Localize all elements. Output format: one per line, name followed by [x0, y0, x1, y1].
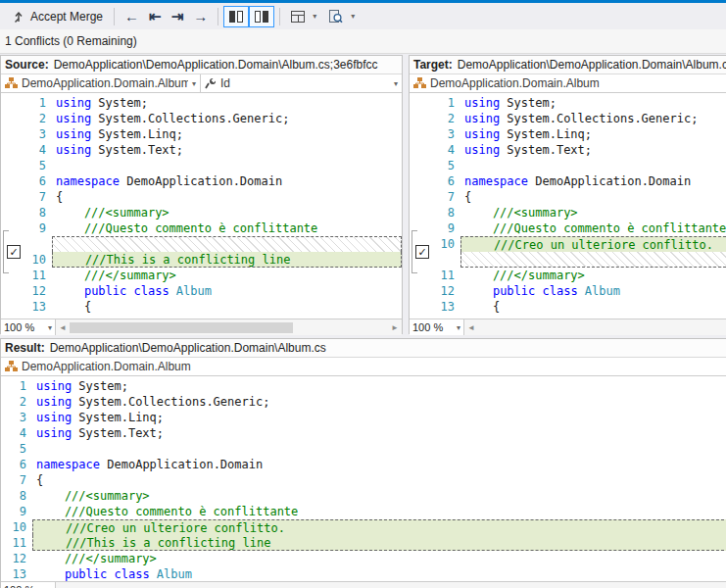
code-line: 3using System.Linq; [26, 126, 402, 142]
code-text: ///<summary> [52, 205, 402, 220]
code-line: 11 ///</summary> [26, 268, 402, 283]
source-zoom-value: 100 % [4, 321, 34, 333]
code-line: 12 public class Album [435, 283, 726, 299]
source-zoom-dropdown[interactable]: 100 % ▾ [1, 319, 56, 335]
merge-toolbar: Accept Merge ← ⇤ ⇥ → ▾ [0, 3, 726, 29]
code-text: using System.Collections.Generic; [32, 394, 726, 410]
target-pane: Target: DemoApplication\DemoApplication.… [409, 55, 726, 334]
code-text: ///</summary> [32, 551, 726, 566]
accept-merge-button[interactable]: Accept Merge [6, 6, 109, 27]
line-number: 8 [1, 488, 32, 504]
code-text: public class Album [52, 283, 402, 299]
code-line: 3using System.Linq; [1, 410, 726, 425]
conflicts-status-bar: 1 Conflicts (0 Remaining) [0, 29, 726, 54]
line-number: 2 [26, 111, 52, 126]
layout-dropdown-button[interactable]: ▾ [285, 6, 322, 27]
code-text: ///Creo un ulteriore conflitto. [460, 236, 726, 252]
source-type-dropdown[interactable]: DemoApplication.Domain.Album ▾ [1, 74, 201, 92]
line-number: 1 [1, 378, 32, 394]
first-difference-button[interactable]: ⇤ [144, 6, 167, 27]
code-line: 6namespace DemoApplication.Domain [435, 173, 726, 189]
arrow-left-to-bar-icon: ⇤ [149, 8, 162, 25]
line-number: 7 [26, 189, 52, 205]
code-text: using System.Linq; [460, 126, 726, 142]
line-number: 11 [26, 268, 52, 283]
target-type-dropdown[interactable]: DemoApplication.Domain.Album [410, 74, 726, 92]
line-number: 11 [1, 535, 32, 551]
merge-icon [12, 10, 25, 24]
target-code-body: 1using System;2using System.Collections.… [410, 93, 726, 315]
target-zoom-value: 100 % [412, 321, 443, 333]
source-editor[interactable]: 1using System;2using System.Collections.… [1, 93, 402, 318]
hatch-fill [52, 236, 402, 252]
chevron-down-icon: ▾ [457, 323, 460, 332]
last-difference-button[interactable]: ⇥ [167, 6, 189, 27]
target-type-name: DemoApplication.Domain.Album [430, 76, 600, 90]
target-scroll-track[interactable] [478, 322, 726, 333]
show-target-pane-toggle[interactable] [249, 6, 274, 27]
line-number: 13 [1, 566, 32, 581]
placeholder-line [435, 252, 726, 268]
result-path: DemoApplication\DemoApplication.Domain\A… [50, 341, 326, 355]
code-text [32, 441, 726, 457]
conflict-checkbox[interactable]: ✓ [415, 245, 429, 259]
code-line: 5 [1, 441, 726, 457]
result-scroll-track[interactable] [70, 585, 726, 588]
two-pane-left-filled-icon [229, 11, 243, 23]
line-number: 8 [26, 205, 52, 220]
code-text: namespace DemoApplication.Domain [32, 457, 726, 472]
result-navigation-bar: DemoApplication.Domain.Album [1, 358, 726, 376]
line-number: 9 [435, 220, 460, 236]
code-line: 8 ///<summary> [1, 488, 726, 504]
code-text: { [52, 299, 402, 315]
result-type-name: DemoApplication.Domain.Album [22, 360, 191, 373]
target-editor[interactable]: 1using System;2using System.Collections.… [410, 93, 726, 318]
code-text: ///<summary> [460, 205, 726, 220]
merge-tool-window: Accept Merge ← ⇤ ⇥ → ▾ [0, 0, 726, 588]
line-number: 7 [435, 189, 460, 205]
scroll-left-icon[interactable]: ◄ [464, 323, 478, 332]
code-text: ///This is a conflicting line [32, 535, 726, 551]
code-line: 12 public class Album [26, 283, 402, 299]
code-line: 10 ///This is a conflicting line [26, 252, 402, 268]
accept-merge-label: Accept Merge [30, 10, 103, 24]
line-number: 7 [1, 472, 32, 488]
code-line: 3using System.Linq; [435, 126, 726, 142]
line-number: 10 [26, 252, 52, 268]
code-line: 7{ [26, 189, 402, 205]
result-zoom-dropdown[interactable]: 100 % ▾ [1, 582, 56, 588]
code-text: { [32, 472, 726, 488]
source-pane-header: Source: DemoApplication\DemoApplication.… [1, 56, 402, 74]
code-text: using System.Linq; [32, 410, 726, 425]
result-type-dropdown[interactable]: DemoApplication.Domain.Album [1, 358, 726, 375]
source-horizontal-scrollbar[interactable]: ◄ ► [56, 319, 402, 335]
code-line: 11 ///This is a conflicting line [1, 535, 726, 551]
target-zoom-dropdown[interactable]: 100 % ▾ [410, 319, 464, 335]
code-text: using System.Text; [32, 425, 726, 441]
code-line: 1using System; [435, 95, 726, 111]
result-editor-bottom-bar: 100 % ▾ ◄ [1, 581, 726, 588]
result-editor[interactable]: 1using System;2using System.Collections.… [1, 376, 726, 581]
line-number: 12 [26, 283, 52, 299]
line-number: 6 [1, 457, 32, 472]
source-scroll-thumb[interactable] [70, 322, 293, 333]
line-number: 2 [435, 111, 460, 126]
prev-difference-button[interactable]: ← [120, 6, 144, 27]
preview-dropdown-button[interactable]: ▾ [322, 6, 361, 27]
code-line: 6namespace DemoApplication.Domain [1, 457, 726, 472]
next-difference-button[interactable]: → [188, 6, 213, 27]
line-number: 1 [26, 95, 52, 111]
line-number: 13 [26, 299, 52, 315]
result-horizontal-scrollbar[interactable]: ◄ [56, 582, 726, 588]
arrow-left-icon: ← [124, 8, 139, 24]
code-line: 4using System.Text; [435, 142, 726, 158]
source-member-dropdown[interactable]: Id ▾ [201, 74, 402, 92]
source-scroll-track[interactable] [70, 322, 388, 333]
scroll-right-icon[interactable]: ► [388, 323, 402, 332]
target-horizontal-scrollbar[interactable]: ◄ [464, 319, 726, 335]
code-line: 7{ [435, 189, 726, 205]
scroll-left-icon[interactable]: ◄ [56, 323, 70, 332]
code-line: 5 [435, 158, 726, 173]
show-source-pane-toggle[interactable] [223, 6, 249, 27]
conflict-checkbox[interactable]: ✓ [7, 245, 21, 259]
